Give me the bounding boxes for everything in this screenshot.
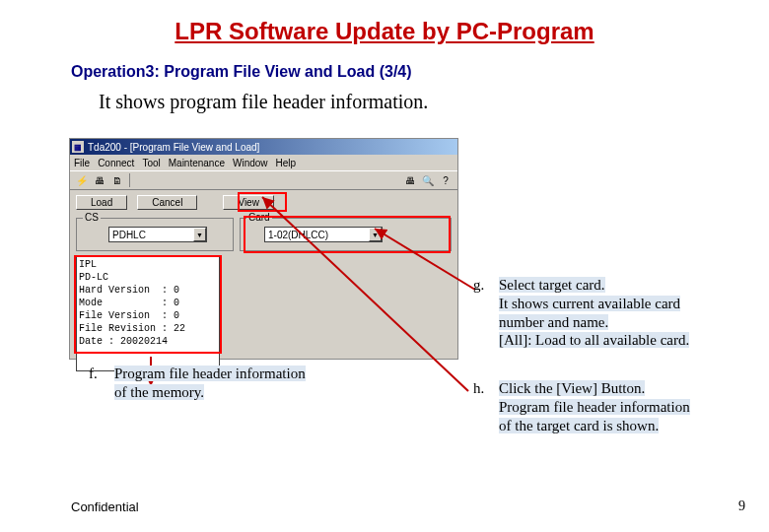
window-titlebar: ▦ Tda200 - [Program File View and Load] <box>70 139 457 155</box>
menu-window[interactable]: Window <box>233 158 268 168</box>
cs-label: CS <box>83 212 101 223</box>
cs-fieldset: CS PDHLC ▼ <box>76 218 234 251</box>
toolbar-icon-6[interactable]: ? <box>438 172 454 188</box>
toolbar: ⚡ 🖶 🗎 🖶 🔍 ? <box>70 170 457 190</box>
toolbar-icon-1[interactable]: ⚡ <box>74 172 90 188</box>
operation-subtitle: Operation3: Program File View and Load (… <box>71 63 769 81</box>
chevron-down-icon: ▼ <box>193 228 206 241</box>
app-icon: ▦ <box>72 141 84 153</box>
annotation-f-letter: f. <box>89 365 114 402</box>
annotation-g-letter: g. <box>473 276 499 350</box>
card-fieldset-highlight <box>244 216 451 253</box>
toolbar-icon-3[interactable]: 🗎 <box>109 172 125 188</box>
page-title: LPR Software Update by PC-Program <box>0 18 769 45</box>
page-number: 9 <box>738 499 745 514</box>
menu-tool[interactable]: Tool <box>142 158 160 168</box>
menu-connect[interactable]: Connect <box>98 158 134 168</box>
annotation-h-letter: h. <box>473 379 499 434</box>
menu-help[interactable]: Help <box>276 158 297 168</box>
cs-value: PDHLC <box>112 230 146 240</box>
window-title-text: Tda200 - [Program File View and Load] <box>88 142 259 153</box>
toolbar-icon-4[interactable]: 🖶 <box>402 172 418 188</box>
menubar: File Connect Tool Maintenance Window Hel… <box>70 155 457 170</box>
description-text: It shows program file header information… <box>99 91 769 113</box>
menu-file[interactable]: File <box>74 158 90 168</box>
annotation-f-text: Program file header information of the m… <box>114 365 306 402</box>
confidential-label: Confidential <box>71 499 139 514</box>
button-row: Load Cancel View <box>70 190 457 214</box>
header-info-highlight <box>74 255 222 354</box>
annotation-g: g. Select target card. It shows current … <box>473 276 730 350</box>
app-window: ▦ Tda200 - [Program File View and Load] … <box>69 138 458 360</box>
toolbar-separator <box>129 173 130 187</box>
annotation-g-text: Select target card. It shows current ava… <box>499 276 689 350</box>
annotation-f: f. Program file header information of th… <box>89 365 384 402</box>
menu-maintenance[interactable]: Maintenance <box>169 158 225 168</box>
annotation-h-text: Click the [View] Button. Program file he… <box>499 379 690 434</box>
cs-dropdown[interactable]: PDHLC ▼ <box>108 227 207 242</box>
toolbar-icon-5[interactable]: 🔍 <box>420 172 436 188</box>
load-button[interactable]: Load <box>76 195 127 210</box>
view-button[interactable]: View <box>223 195 274 210</box>
annotation-h: h. Click the [View] Button. Program file… <box>473 379 730 434</box>
toolbar-icon-2[interactable]: 🖶 <box>92 172 107 188</box>
cancel-button[interactable]: Cancel <box>137 195 197 210</box>
